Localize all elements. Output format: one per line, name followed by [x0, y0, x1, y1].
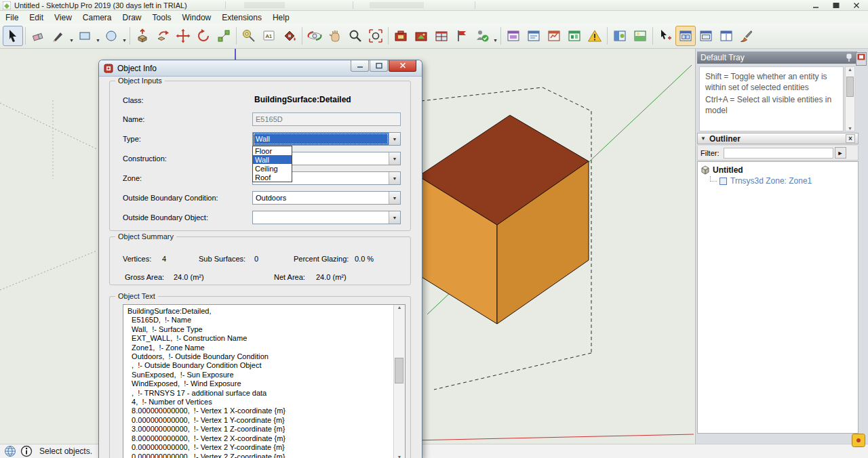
rectangle-tool-button[interactable]: [75, 26, 95, 46]
orbit-tool-button[interactable]: [304, 26, 325, 46]
library-blue-icon: [612, 28, 627, 43]
trnsys-window-tool-button[interactable]: [431, 26, 452, 46]
window-tool-2-button[interactable]: [696, 26, 716, 46]
circle-tool-caret[interactable]: ▼: [121, 26, 127, 46]
panel-tool-3-button[interactable]: [544, 26, 564, 46]
trnsys-surface-tool-button[interactable]: [411, 26, 431, 46]
eraser-tool-button[interactable]: [28, 26, 48, 46]
scroll-down-icon[interactable]: ▼: [848, 126, 852, 131]
menu-help[interactable]: Help: [267, 11, 295, 24]
circle-tool-button[interactable]: [101, 26, 121, 46]
type-label: Type:: [123, 135, 141, 143]
brush-tool-button[interactable]: [736, 26, 757, 46]
dialog-maximize-button[interactable]: [370, 60, 388, 72]
filter-input[interactable]: [724, 148, 833, 159]
credentials-tool-caret[interactable]: ▼: [492, 26, 498, 46]
credentials-tool-button[interactable]: [472, 26, 492, 46]
instructor-scroll-thumb[interactable]: [846, 77, 854, 97]
outside-boundary-object-combo[interactable]: ▼: [252, 211, 401, 224]
outside-boundary-condition-combo[interactable]: Outdoors ▼: [252, 191, 401, 205]
type-option-ceiling[interactable]: Ceiling: [253, 164, 292, 173]
toolbar: ▼ ▼ ▼ A1 ▼: [0, 24, 868, 49]
obc-combo-button[interactable]: ▼: [389, 192, 400, 204]
caret-down-icon: ▼: [393, 196, 397, 201]
menu-draw[interactable]: Draw: [117, 11, 147, 24]
menu-window[interactable]: Window: [177, 11, 217, 24]
geolocation-button[interactable]: [4, 445, 16, 457]
docked-red-icon[interactable]: [856, 52, 867, 66]
panel-tool-1-button[interactable]: [503, 26, 524, 46]
library-tool-2-button[interactable]: [630, 26, 650, 46]
rotate-tool-button[interactable]: [193, 26, 214, 46]
menu-view[interactable]: View: [49, 11, 77, 24]
scroll-up-icon[interactable]: ▲: [848, 67, 852, 72]
library-tool-1-button[interactable]: [610, 26, 630, 46]
name-input[interactable]: [252, 112, 401, 126]
outliner-close-button[interactable]: ×: [846, 134, 855, 143]
filter-button[interactable]: ►: [835, 147, 846, 159]
type-option-wall[interactable]: Wall: [253, 155, 292, 164]
help-status-button[interactable]: [20, 445, 33, 457]
flag-tool-button[interactable]: [452, 26, 472, 46]
line-tool-button[interactable]: [48, 26, 68, 46]
pushpull-tool-button[interactable]: [132, 26, 153, 46]
type-option-roof[interactable]: Roof: [253, 173, 292, 182]
tree-item-zone[interactable]: Trnsys3d Zone: Zone1: [707, 175, 855, 186]
window-tool-3-button[interactable]: [716, 26, 736, 46]
move-tool-button[interactable]: [173, 26, 193, 46]
followme-tool-button[interactable]: [153, 26, 173, 46]
window-panes-icon: [678, 28, 693, 43]
gross-area-value: 24.0 (m²): [174, 273, 204, 281]
panel-tool-4-button[interactable]: [564, 26, 585, 46]
instructor-scrollbar[interactable]: ▲ ▼: [845, 66, 855, 131]
type-combo-button[interactable]: ▼: [389, 133, 400, 145]
pin-icon[interactable]: [844, 53, 854, 62]
window-tool-1-button[interactable]: [675, 26, 696, 46]
panel-tool-2-button[interactable]: [524, 26, 544, 46]
zoom-extents-tool-button[interactable]: [366, 26, 386, 46]
zone-combo-button[interactable]: ▼: [389, 172, 400, 184]
selection-bounding-box: [434, 353, 591, 390]
scale-tool-button[interactable]: [214, 26, 234, 46]
scroll-down-icon[interactable]: ▼: [397, 455, 402, 458]
rotate-icon: [196, 28, 211, 43]
collapse-icon[interactable]: ▼: [701, 136, 706, 142]
type-combo[interactable]: Wall ▼: [252, 132, 401, 146]
type-option-floor[interactable]: Floor: [253, 146, 292, 155]
select-arrow-icon: [5, 28, 20, 43]
menu-tools[interactable]: Tools: [147, 11, 177, 24]
minimize-button[interactable]: [806, 0, 826, 11]
construction-combo-button[interactable]: ▼: [389, 152, 400, 165]
pointer-plus-tool-button[interactable]: [655, 26, 675, 46]
object-text-scrollbar[interactable]: ▲ ▼: [393, 305, 405, 458]
rectangle-tool-caret[interactable]: ▼: [95, 26, 101, 46]
maximize-button[interactable]: [826, 0, 846, 11]
tray-header[interactable]: Default Tray: [697, 51, 857, 64]
dialog-titlebar[interactable]: Object Info: [99, 60, 422, 77]
zoom-tool-button[interactable]: [345, 26, 366, 46]
line-tool-caret[interactable]: ▼: [68, 26, 75, 46]
trnsys-surface-icon: [414, 28, 429, 43]
menu-camera[interactable]: Camera: [77, 11, 117, 24]
pencil-icon: [51, 28, 66, 43]
scroll-up-icon[interactable]: ▲: [397, 305, 402, 310]
paint-bucket-tool-button[interactable]: [279, 26, 300, 46]
tree-item-model[interactable]: Untitled: [701, 165, 855, 175]
text-tool-button[interactable]: A1: [259, 26, 279, 46]
menu-edit[interactable]: Edit: [24, 11, 49, 24]
trnsys-zone-tool-button[interactable]: [391, 26, 411, 46]
warning-tool-button[interactable]: [585, 26, 605, 46]
dialog-close-button[interactable]: [389, 60, 416, 72]
object-text-scroll-thumb[interactable]: [395, 358, 403, 383]
close-button[interactable]: [846, 0, 867, 11]
dialog-minimize-button[interactable]: [351, 60, 369, 72]
tape-measure-tool-button[interactable]: [239, 26, 259, 46]
obo-combo-button[interactable]: ▼: [389, 211, 400, 224]
menu-file[interactable]: File: [0, 11, 24, 24]
select-tool-button[interactable]: [3, 26, 23, 46]
pan-tool-button[interactable]: [325, 26, 345, 46]
outliner-header[interactable]: ▼ Outliner ×: [697, 133, 859, 144]
menu-extensions[interactable]: Extensions: [216, 11, 267, 24]
docked-yellow-icon[interactable]: [852, 434, 866, 448]
object-text-area[interactable]: BuildingSurface:Detailed, E5165D, !- Nam…: [123, 304, 406, 458]
